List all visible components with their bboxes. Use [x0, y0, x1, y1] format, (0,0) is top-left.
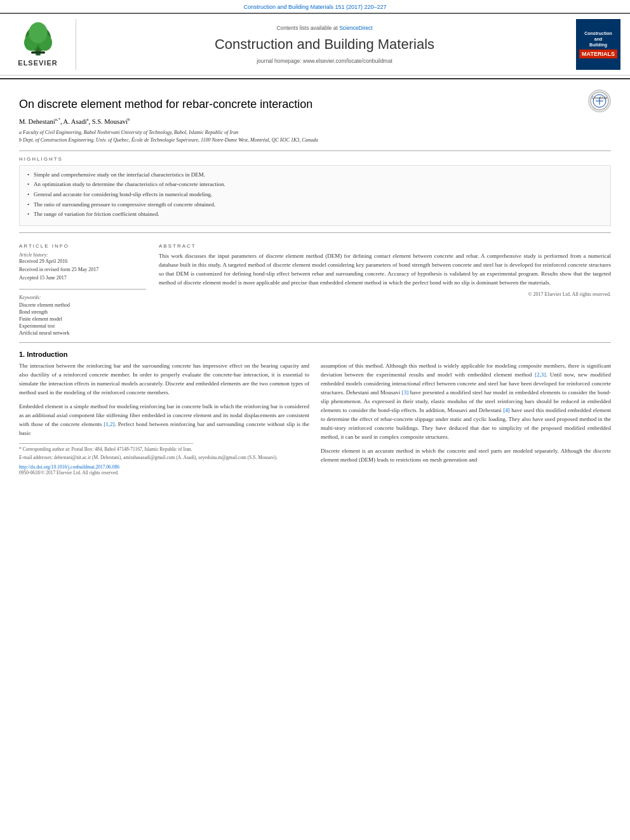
- body-col-left: The interaction between the reinforcing …: [19, 362, 309, 476]
- page: Construction and Building Materials 151 …: [0, 0, 630, 840]
- ref-2-3[interactable]: [2,3]: [535, 371, 546, 378]
- title-area: CrossMark On discrete element method for…: [19, 88, 611, 117]
- sciencedirect-line: Contents lists available at ScienceDirec…: [276, 25, 372, 31]
- affiliation-a: a Faculty of Civil Engineering, Babol No…: [19, 129, 611, 137]
- journal-homepage: journal homepage: www.elsevier.com/locat…: [257, 58, 392, 64]
- journal-title: Construction and Building Materials: [215, 36, 434, 53]
- highlight-2: An optimization study to determine the c…: [27, 180, 603, 189]
- copyright-line: © 2017 Elsevier Ltd. All rights reserved…: [159, 291, 611, 297]
- intro-p1: The interaction between the reinforcing …: [19, 362, 309, 397]
- received-revised-date: Received in revised form 25 May 2017: [19, 266, 146, 273]
- issn-line: 0950-0618/© 2017 Elsevier Ltd. All right…: [19, 470, 309, 476]
- info-abstract-columns: ARTICLE INFO Article history: Received 2…: [19, 238, 611, 338]
- keyword-4: Experimental test: [19, 323, 146, 329]
- doi-line[interactable]: http://dx.doi.org/10.1016/j.conbuildmat.…: [19, 464, 309, 470]
- received-date: Received 29 April 2016: [19, 258, 146, 265]
- intro-p2: Embedded element is a simple method for …: [19, 403, 309, 438]
- author-dehestani: M. Dehestani: [19, 118, 55, 125]
- elsevier-logo-area: ELSEVIER: [6, 19, 76, 70]
- journal-ref-text: Construction and Building Materials 151 …: [243, 4, 386, 10]
- highlights-divider-top: [19, 150, 611, 151]
- ref-4[interactable]: [4]: [503, 407, 510, 413]
- main-content: CrossMark On discrete element method for…: [0, 82, 630, 482]
- article-info-column: ARTICLE INFO Article history: Received 2…: [19, 238, 146, 338]
- elsevier-logo: ELSEVIER: [13, 22, 64, 67]
- journal-reference: Construction and Building Materials 151 …: [0, 0, 630, 13]
- highlight-3: General and accurate for considering bon…: [27, 190, 603, 199]
- keywords-divider: [19, 289, 146, 290]
- crossmark-svg: CrossMark: [589, 91, 610, 111]
- affiliation-b: b Dept. of Construction Engineering, Uni…: [19, 137, 611, 144]
- crossmark-area: CrossMark: [588, 90, 611, 112]
- svg-point-4: [29, 22, 47, 43]
- article-info-label: ARTICLE INFO: [19, 243, 146, 249]
- intro-col2-p2: Discrete element is an accurate method i…: [321, 447, 611, 465]
- accepted-date: Accepted 15 June 2017: [19, 274, 146, 281]
- ref-3[interactable]: [3]: [402, 389, 409, 396]
- ref-1-2[interactable]: [1,2]: [104, 421, 114, 427]
- body-col-right: assumption of this method. Although this…: [321, 362, 611, 476]
- intro-col2-p1: assumption of this method. Although this…: [321, 362, 611, 441]
- highlight-4: The ratio of surrounding pressure to com…: [27, 201, 603, 209]
- keyword-3: Finite element model: [19, 316, 146, 322]
- highlights-label: HIGHLIGHTS: [19, 156, 611, 162]
- author-asadi: A. Asadi: [64, 118, 87, 125]
- footnote-corresponding: * Corresponding author at: Postal Box: 4…: [19, 446, 309, 453]
- badge-top-text: ConstructionandBuilding: [584, 30, 612, 48]
- author-mousavi: S.S. Mousavi: [92, 118, 128, 125]
- crossmark-icon: CrossMark: [588, 90, 611, 112]
- svg-rect-6: [31, 51, 45, 54]
- keywords-label: Keywords:: [19, 295, 146, 300]
- article-title: On discrete element method for rebar-con…: [19, 97, 611, 112]
- body-columns: The interaction between the reinforcing …: [19, 362, 611, 476]
- footnote-email: E-mail addresses: dehestani@nit.ac.ir (M…: [19, 455, 309, 462]
- article-info-divider: [19, 232, 611, 233]
- elsevier-tree-icon: [13, 22, 64, 57]
- badge-materials-text: MATERIALS: [579, 50, 617, 58]
- highlights-box: Simple and comprehensive study on the in…: [19, 165, 611, 226]
- authors-line: M. Dehestania,*, A. Asadia, S.S. Mousavi…: [19, 117, 611, 125]
- keyword-2: Bond strength: [19, 309, 146, 315]
- history-label: Article history:: [19, 252, 146, 258]
- highlight-5: The range of variation for friction coef…: [27, 210, 603, 218]
- sciencedirect-link[interactable]: ScienceDirect: [339, 25, 372, 31]
- journal-badge-area: ConstructionandBuilding MATERIALS: [573, 19, 624, 70]
- header-divider: [0, 78, 630, 79]
- journal-badge: ConstructionandBuilding MATERIALS: [576, 19, 620, 70]
- highlight-1: Simple and comprehensive study on the in…: [27, 171, 603, 179]
- abstract-text: This work discusses the input parameters…: [159, 252, 611, 288]
- article-history-section: Article history: Received 29 April 2016 …: [19, 252, 146, 282]
- affiliations: a Faculty of Civil Engineering, Babol No…: [19, 129, 611, 144]
- abstract-label: ABSTRACT: [159, 243, 611, 249]
- keyword-5: Artificial neural network: [19, 330, 146, 336]
- elsevier-wordmark: ELSEVIER: [18, 59, 57, 67]
- abstract-column: ABSTRACT This work discusses the input p…: [159, 238, 611, 338]
- body-divider: [19, 342, 611, 343]
- intro-title: 1. Introduction: [19, 350, 611, 358]
- journal-header: ELSEVIER Contents lists available at Sci…: [0, 13, 630, 76]
- footnote-divider: [19, 443, 193, 444]
- journal-title-area: Contents lists available at ScienceDirec…: [83, 19, 566, 70]
- keyword-1: Discrete element method: [19, 302, 146, 308]
